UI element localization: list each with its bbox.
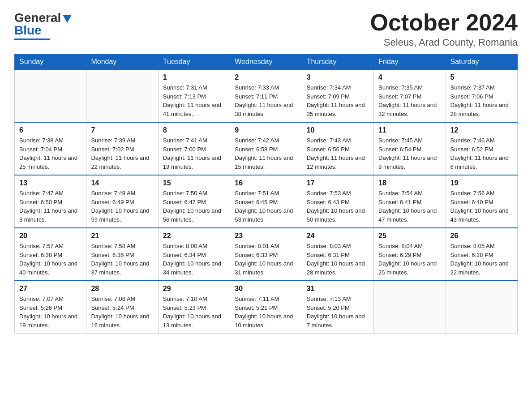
calendar-cell: 24Sunrise: 8:03 AMSunset: 6:31 PMDayligh… xyxy=(302,228,373,281)
day-number: 7 xyxy=(91,126,153,134)
day-number: 6 xyxy=(19,126,82,134)
title-area: October 2024 Seleus, Arad County, Romani… xyxy=(370,11,518,48)
day-number: 29 xyxy=(163,285,225,293)
day-number: 24 xyxy=(307,232,369,240)
day-info: Sunrise: 7:42 AMSunset: 6:58 PMDaylight:… xyxy=(235,136,297,171)
calendar-cell xyxy=(446,281,517,334)
day-number: 30 xyxy=(235,285,297,293)
day-number: 9 xyxy=(235,126,297,134)
week-row-1: 1Sunrise: 7:31 AMSunset: 7:13 PMDaylight… xyxy=(15,70,518,123)
calendar-cell xyxy=(86,70,158,123)
day-info: Sunrise: 8:01 AMSunset: 6:33 PMDaylight:… xyxy=(235,242,297,277)
day-info: Sunrise: 7:58 AMSunset: 6:36 PMDaylight:… xyxy=(91,242,153,277)
day-number: 11 xyxy=(378,126,441,134)
day-number: 20 xyxy=(19,232,82,240)
day-info: Sunrise: 7:39 AMSunset: 7:02 PMDaylight:… xyxy=(91,136,153,171)
day-info: Sunrise: 7:08 AMSunset: 5:24 PMDaylight:… xyxy=(91,295,153,330)
calendar-cell: 20Sunrise: 7:57 AMSunset: 6:38 PMDayligh… xyxy=(15,228,86,281)
calendar-cell: 27Sunrise: 7:07 AMSunset: 5:26 PMDayligh… xyxy=(15,281,86,334)
logo-blue-text: Blue xyxy=(14,23,42,38)
day-info: Sunrise: 7:57 AMSunset: 6:38 PMDaylight:… xyxy=(19,242,82,277)
logo: General Blue xyxy=(14,11,72,40)
day-info: Sunrise: 7:51 AMSunset: 6:45 PMDaylight:… xyxy=(235,189,297,224)
calendar-cell: 11Sunrise: 7:45 AMSunset: 6:54 PMDayligh… xyxy=(374,122,446,175)
day-number: 21 xyxy=(91,232,153,240)
day-number: 26 xyxy=(450,232,513,240)
day-number: 1 xyxy=(163,73,225,81)
header-friday: Friday xyxy=(374,54,446,70)
week-row-4: 20Sunrise: 7:57 AMSunset: 6:38 PMDayligh… xyxy=(15,228,518,281)
calendar-cell xyxy=(374,281,446,334)
day-info: Sunrise: 7:35 AMSunset: 7:07 PMDaylight:… xyxy=(378,83,441,118)
logo-underline xyxy=(14,39,50,40)
day-info: Sunrise: 8:00 AMSunset: 6:34 PMDaylight:… xyxy=(163,242,225,277)
day-number: 22 xyxy=(163,232,225,240)
day-number: 19 xyxy=(450,179,513,187)
day-number: 31 xyxy=(307,285,369,293)
day-info: Sunrise: 7:11 AMSunset: 5:21 PMDaylight:… xyxy=(235,295,297,330)
calendar-cell: 23Sunrise: 8:01 AMSunset: 6:33 PMDayligh… xyxy=(230,228,302,281)
calendar-cell: 16Sunrise: 7:51 AMSunset: 6:45 PMDayligh… xyxy=(230,175,302,228)
calendar-cell: 19Sunrise: 7:56 AMSunset: 6:40 PMDayligh… xyxy=(446,175,517,228)
day-info: Sunrise: 7:46 AMSunset: 6:52 PMDaylight:… xyxy=(450,136,513,171)
day-info: Sunrise: 8:03 AMSunset: 6:31 PMDaylight:… xyxy=(307,242,369,277)
day-info: Sunrise: 7:53 AMSunset: 6:43 PMDaylight:… xyxy=(307,189,369,224)
day-number: 27 xyxy=(19,285,82,293)
day-number: 8 xyxy=(163,126,225,134)
day-number: 14 xyxy=(91,179,153,187)
location-subtitle: Seleus, Arad County, Romania xyxy=(370,37,518,48)
month-title: October 2024 xyxy=(370,11,518,34)
calendar-cell: 12Sunrise: 7:46 AMSunset: 6:52 PMDayligh… xyxy=(446,122,517,175)
day-info: Sunrise: 7:34 AMSunset: 7:09 PMDaylight:… xyxy=(307,83,369,118)
day-info: Sunrise: 7:56 AMSunset: 6:40 PMDaylight:… xyxy=(450,189,513,224)
header-monday: Monday xyxy=(86,54,158,70)
day-info: Sunrise: 7:43 AMSunset: 6:56 PMDaylight:… xyxy=(307,136,369,171)
calendar-cell: 15Sunrise: 7:50 AMSunset: 6:47 PMDayligh… xyxy=(158,175,230,228)
day-info: Sunrise: 7:45 AMSunset: 6:54 PMDaylight:… xyxy=(378,136,441,171)
week-row-3: 13Sunrise: 7:47 AMSunset: 6:50 PMDayligh… xyxy=(15,175,518,228)
day-number: 10 xyxy=(307,126,369,134)
day-info: Sunrise: 7:10 AMSunset: 5:23 PMDaylight:… xyxy=(163,295,225,330)
header-saturday: Saturday xyxy=(446,54,517,70)
calendar-cell: 25Sunrise: 8:04 AMSunset: 6:29 PMDayligh… xyxy=(374,228,446,281)
calendar-cell: 21Sunrise: 7:58 AMSunset: 6:36 PMDayligh… xyxy=(86,228,158,281)
day-number: 15 xyxy=(163,179,225,187)
day-number: 13 xyxy=(19,179,82,187)
weekday-header-row: Sunday Monday Tuesday Wednesday Thursday… xyxy=(15,54,518,70)
week-row-5: 27Sunrise: 7:07 AMSunset: 5:26 PMDayligh… xyxy=(15,281,518,334)
calendar-cell: 1Sunrise: 7:31 AMSunset: 7:13 PMDaylight… xyxy=(158,70,230,123)
calendar-cell: 18Sunrise: 7:54 AMSunset: 6:41 PMDayligh… xyxy=(374,175,446,228)
day-number: 23 xyxy=(235,232,297,240)
day-number: 4 xyxy=(378,73,441,81)
calendar-cell: 29Sunrise: 7:10 AMSunset: 5:23 PMDayligh… xyxy=(158,281,230,334)
day-info: Sunrise: 7:37 AMSunset: 7:06 PMDaylight:… xyxy=(450,83,513,118)
calendar-cell: 28Sunrise: 7:08 AMSunset: 5:24 PMDayligh… xyxy=(86,281,158,334)
day-info: Sunrise: 7:47 AMSunset: 6:50 PMDaylight:… xyxy=(19,189,82,224)
day-info: Sunrise: 8:05 AMSunset: 6:28 PMDaylight:… xyxy=(450,242,513,277)
day-info: Sunrise: 7:54 AMSunset: 6:41 PMDaylight:… xyxy=(378,189,441,224)
logo-triangle-icon xyxy=(63,15,72,23)
header-sunday: Sunday xyxy=(15,54,86,70)
header-tuesday: Tuesday xyxy=(158,54,230,70)
calendar-table: Sunday Monday Tuesday Wednesday Thursday… xyxy=(14,54,518,334)
calendar-cell: 22Sunrise: 8:00 AMSunset: 6:34 PMDayligh… xyxy=(158,228,230,281)
day-info: Sunrise: 7:31 AMSunset: 7:13 PMDaylight:… xyxy=(163,83,225,118)
day-info: Sunrise: 7:33 AMSunset: 7:11 PMDaylight:… xyxy=(235,83,297,118)
header: General Blue October 2024 Seleus, Arad C… xyxy=(14,11,518,48)
day-number: 25 xyxy=(378,232,441,240)
day-info: Sunrise: 7:50 AMSunset: 6:47 PMDaylight:… xyxy=(163,189,225,224)
day-number: 2 xyxy=(235,73,297,81)
calendar-cell: 2Sunrise: 7:33 AMSunset: 7:11 PMDaylight… xyxy=(230,70,302,123)
day-info: Sunrise: 8:04 AMSunset: 6:29 PMDaylight:… xyxy=(378,242,441,277)
day-info: Sunrise: 7:13 AMSunset: 5:20 PMDaylight:… xyxy=(307,295,369,330)
day-number: 12 xyxy=(450,126,513,134)
calendar-cell: 14Sunrise: 7:49 AMSunset: 6:49 PMDayligh… xyxy=(86,175,158,228)
week-row-2: 6Sunrise: 7:38 AMSunset: 7:04 PMDaylight… xyxy=(15,122,518,175)
calendar-cell: 10Sunrise: 7:43 AMSunset: 6:56 PMDayligh… xyxy=(302,122,373,175)
calendar-cell: 30Sunrise: 7:11 AMSunset: 5:21 PMDayligh… xyxy=(230,281,302,334)
day-number: 5 xyxy=(450,73,513,81)
calendar-cell: 8Sunrise: 7:41 AMSunset: 7:00 PMDaylight… xyxy=(158,122,230,175)
calendar-cell: 7Sunrise: 7:39 AMSunset: 7:02 PMDaylight… xyxy=(86,122,158,175)
calendar-cell: 9Sunrise: 7:42 AMSunset: 6:58 PMDaylight… xyxy=(230,122,302,175)
day-number: 18 xyxy=(378,179,441,187)
